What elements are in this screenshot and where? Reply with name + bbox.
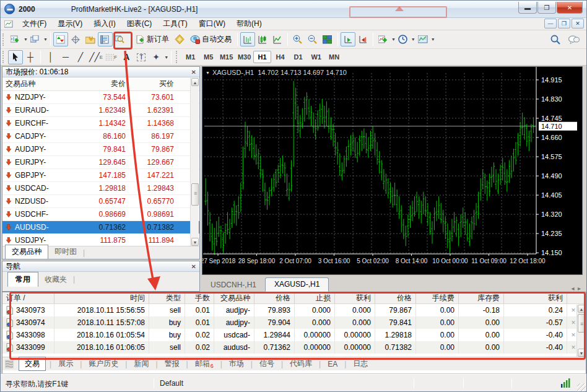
chart-system-icon[interactable] <box>4 20 13 28</box>
mdi-close-button[interactable]: ✕ <box>572 19 584 28</box>
orders-col-3[interactable]: 手数 <box>185 292 214 303</box>
new-order-button[interactable]: 新订单 <box>133 32 172 46</box>
new-chart-button[interactable] <box>8 32 23 46</box>
market-watch-row[interactable]: EURCHF-1.143421.14368 <box>2 117 199 130</box>
timeframe-m1-button[interactable]: M1 <box>181 51 199 63</box>
strategy-tester-button[interactable] <box>113 32 128 46</box>
autotrading-button[interactable]: 自动交易 <box>187 32 235 46</box>
order-row[interactable]: 34330992018.10.16 01:06:05sell0.02audusd… <box>2 341 586 354</box>
bar-chart-button[interactable] <box>240 32 255 46</box>
profiles-button[interactable] <box>28 32 43 46</box>
scroll-up-icon[interactable]: ▲ <box>191 78 199 86</box>
terminal-tab-5[interactable]: 邮箱6 <box>189 357 219 370</box>
chart-tab-xagusd[interactable]: XAGUSD-,H1 <box>265 277 329 292</box>
tab-favorites[interactable]: 收藏夹 <box>38 273 73 287</box>
market-watch-row[interactable]: AUDUSD-0.713620.71382 <box>2 221 199 234</box>
chart-shift-button[interactable] <box>355 32 370 46</box>
candlestick-chart-button[interactable] <box>255 32 270 46</box>
chart-tab-scroll-icons[interactable]: ◂ ▸ <box>571 285 585 292</box>
terminal-toggle-button[interactable] <box>98 32 113 46</box>
orders-col-4[interactable]: 交易品种 <box>214 292 254 303</box>
arrows-tool-button[interactable]: ✦ <box>149 50 163 64</box>
horizontal-line-tool-button[interactable]: ─ <box>58 50 73 64</box>
close-button[interactable]: ✕ <box>557 2 583 14</box>
price-chart[interactable]: 14.91514.83014.74514.66014.57514.49014.4… <box>202 67 582 274</box>
terminal-tab-10[interactable]: 日志 <box>347 357 373 370</box>
orders-col-7[interactable]: 获利 <box>335 292 375 303</box>
terminal-scrollbar[interactable]: ▲ ▼ <box>576 305 585 357</box>
indicators-button[interactable] <box>376 32 391 46</box>
crosshair-tool-button[interactable]: ┼ <box>23 50 38 64</box>
orders-col-9[interactable]: 手续费 <box>416 292 459 303</box>
timeframe-h4-button[interactable]: H4 <box>271 51 289 63</box>
orders-col-10[interactable]: 库存费 <box>459 292 504 303</box>
vertical-line-tool-button[interactable]: │ <box>43 50 58 64</box>
market-watch-row[interactable]: USDCHF-0.986690.98691 <box>2 208 199 221</box>
market-watch-row[interactable]: EURAUD-1.623481.62391 <box>2 104 199 117</box>
order-row[interactable]: 34330982018.10.16 01:05:54buy0.02usdcad-… <box>2 329 586 341</box>
orders-col-0[interactable]: 订单 / <box>2 292 54 303</box>
market-watch-close-icon[interactable]: ✕ <box>191 69 196 76</box>
chart-window[interactable]: 14.91514.83014.74514.66014.57514.49014.4… <box>202 66 583 275</box>
terminal-tab-6[interactable]: 市场 <box>224 357 250 370</box>
market-watch-row[interactable]: EURJPY-129.645129.667 <box>2 156 199 169</box>
col-ask[interactable]: 买价 <box>129 79 178 89</box>
toolbar-grip[interactable] <box>2 33 6 46</box>
timeframe-m15-button[interactable]: M15 <box>217 51 235 63</box>
menu-item-0[interactable]: 文件(F) <box>17 18 52 29</box>
menu-item-5[interactable]: 窗口(W) <box>193 18 231 29</box>
order-row[interactable]: 34309732018.10.11 15:56:55sell0.01audjpy… <box>2 304 586 316</box>
timeframe-h1-button[interactable]: H1 <box>253 51 271 63</box>
line-chart-button[interactable] <box>270 32 285 46</box>
navigator-toggle-button[interactable] <box>83 32 98 46</box>
channel-tool-button[interactable]: ╱╱E <box>88 50 104 64</box>
periods-button[interactable] <box>396 32 411 46</box>
chart-tab-usdcnh[interactable]: USDCNH-,H1 <box>202 279 265 292</box>
market-watch-scrollbar[interactable]: ▲ ▼ <box>190 78 199 246</box>
restore-button[interactable]: ❐ <box>537 2 556 14</box>
tab-common[interactable]: 常用 <box>7 272 38 287</box>
scroll-down-icon[interactable]: ▼ <box>578 349 585 357</box>
templates-button[interactable] <box>415 32 430 46</box>
templates-dropdown[interactable]: ▼ <box>431 37 435 41</box>
orders-col-5[interactable]: 价格 <box>254 292 295 303</box>
new-chart-dropdown[interactable]: ▼ <box>24 37 28 41</box>
status-profile[interactable]: Default <box>160 379 183 388</box>
market-watch-row[interactable]: AUDJPY-79.84179.867 <box>2 143 199 156</box>
indicators-dropdown[interactable]: ▼ <box>391 37 396 41</box>
menu-item-4[interactable]: 工具(T) <box>157 18 193 29</box>
terminal-tab-8[interactable]: 代码库 <box>284 357 318 370</box>
profiles-dropdown[interactable]: ▼ <box>43 37 48 41</box>
timeframe-m30-button[interactable]: M30 <box>235 51 253 63</box>
data-window-button[interactable] <box>68 32 83 46</box>
market-watch-row[interactable]: NZDJPY-73.54473.601 <box>2 91 199 104</box>
scroll-up-icon[interactable]: ▲ <box>578 305 585 313</box>
orders-col-2[interactable]: 类型 <box>149 292 185 303</box>
tile-windows-button[interactable] <box>320 32 335 46</box>
auto-scroll-button[interactable] <box>341 32 355 46</box>
menu-item-3[interactable]: 图表(C) <box>121 18 158 29</box>
terminal-tab-2[interactable]: 账户历史 <box>83 357 124 370</box>
zoom-out-button[interactable] <box>305 32 320 46</box>
scroll-down-icon[interactable]: ▼ <box>191 238 199 246</box>
arrows-dropdown[interactable]: ▼ <box>164 55 168 59</box>
text-label-tool-button[interactable]: T <box>134 50 149 64</box>
cursor-tool-button[interactable] <box>8 50 23 64</box>
metaeditor-button[interactable] <box>172 32 187 46</box>
timeframe-w1-button[interactable]: W1 <box>307 51 325 63</box>
periods-dropdown[interactable]: ▼ <box>411 37 415 41</box>
market-watch-row[interactable]: USDCAD-1.298181.29843 <box>2 182 199 195</box>
menu-item-2[interactable]: 插入(I) <box>88 18 121 29</box>
chart-dropdown-icon[interactable]: ▼ <box>206 71 210 75</box>
toolbar-grip[interactable] <box>176 51 179 63</box>
orders-col-6[interactable]: 止损 <box>295 292 335 303</box>
orders-col-11[interactable]: 获利 <box>504 292 567 303</box>
col-bid[interactable]: 卖价 <box>81 79 129 89</box>
fibonacci-tool-button[interactable]: F <box>104 50 119 64</box>
trendline-tool-button[interactable]: ╱ <box>73 50 88 64</box>
tab-tick-chart[interactable]: 即时图 <box>48 245 83 259</box>
mdi-minimize-button[interactable]: — <box>544 19 557 28</box>
timeframe-d1-button[interactable]: D1 <box>289 51 307 63</box>
navigator-close-icon[interactable]: ✕ <box>191 263 196 270</box>
timeframe-mn-button[interactable]: MN <box>325 51 343 63</box>
